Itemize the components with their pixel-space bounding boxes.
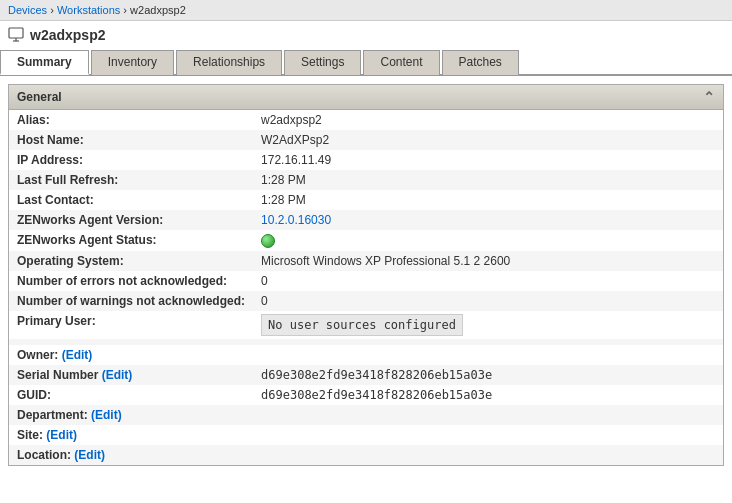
- monitor-icon: [8, 27, 24, 43]
- field-label: Site: (Edit): [9, 425, 253, 445]
- field-value: 172.16.11.49: [253, 150, 723, 170]
- table-row: Location: (Edit): [9, 445, 723, 465]
- field-value: 0: [253, 291, 723, 311]
- field-value: [253, 345, 723, 365]
- field-label: Number of errors not acknowledged:: [9, 271, 253, 291]
- breadcrumb: Devices › Workstations › w2adxpsp2: [0, 0, 732, 21]
- field-label: ZENworks Agent Version:: [9, 210, 253, 230]
- field-value: [253, 230, 723, 251]
- field-label: IP Address:: [9, 150, 253, 170]
- tab-relationships[interactable]: Relationships: [176, 50, 282, 75]
- table-row: Last Full Refresh: 1:28 PM: [9, 170, 723, 190]
- collapse-icon[interactable]: ⌃: [703, 89, 715, 105]
- field-label: Last Full Refresh:: [9, 170, 253, 190]
- table-row: Number of errors not acknowledged: 0: [9, 271, 723, 291]
- svg-rect-0: [9, 28, 23, 38]
- tab-summary[interactable]: Summary: [0, 50, 89, 75]
- page-header: w2adxpsp2: [0, 21, 732, 49]
- field-label: Operating System:: [9, 251, 253, 271]
- field-label: Department: (Edit): [9, 405, 253, 425]
- field-label: Serial Number (Edit): [9, 365, 253, 385]
- field-label: GUID:: [9, 385, 253, 405]
- table-row: Operating System: Microsoft Windows XP P…: [9, 251, 723, 271]
- field-label: ZENworks Agent Status:: [9, 230, 253, 251]
- general-section-title: General: [17, 90, 62, 104]
- tab-content[interactable]: Content: [363, 50, 439, 75]
- table-row: Department: (Edit): [9, 405, 723, 425]
- field-value: d69e308e2fd9e3418f828206eb15a03e: [253, 385, 723, 405]
- field-label: Primary User:: [9, 311, 253, 339]
- field-value: [253, 405, 723, 425]
- agent-version-link[interactable]: 10.2.0.16030: [261, 213, 331, 227]
- table-row: Host Name: W2AdXPsp2: [9, 130, 723, 150]
- field-label: Alias:: [9, 110, 253, 130]
- field-label: Number of warnings not acknowledged:: [9, 291, 253, 311]
- location-edit-link[interactable]: (Edit): [74, 448, 105, 462]
- table-row: ZENworks Agent Status:: [9, 230, 723, 251]
- field-value: 1:28 PM: [253, 170, 723, 190]
- primary-user-value: No user sources configured: [261, 314, 463, 336]
- table-row: ZENworks Agent Version: 10.2.0.16030: [9, 210, 723, 230]
- field-label: Host Name:: [9, 130, 253, 150]
- table-row: Serial Number (Edit) d69e308e2fd9e3418f8…: [9, 365, 723, 385]
- table-row: Primary User: No user sources configured: [9, 311, 723, 339]
- owner-edit-link[interactable]: (Edit): [62, 348, 93, 362]
- field-value: No user sources configured: [253, 311, 723, 339]
- tab-bar: Summary Inventory Relationships Settings…: [0, 49, 732, 76]
- field-label: Location: (Edit): [9, 445, 253, 465]
- agent-status-icon: [261, 234, 275, 248]
- department-edit-link[interactable]: (Edit): [91, 408, 122, 422]
- content-area: General ⌃ Alias: w2adxpsp2 Host Name: W2…: [0, 76, 732, 482]
- field-value: 0: [253, 271, 723, 291]
- general-info-table: Alias: w2adxpsp2 Host Name: W2AdXPsp2 IP…: [9, 110, 723, 465]
- field-value: W2AdXPsp2: [253, 130, 723, 150]
- field-label: Last Contact:: [9, 190, 253, 210]
- breadcrumb-devices[interactable]: Devices: [8, 4, 47, 16]
- table-row: Alias: w2adxpsp2: [9, 110, 723, 130]
- tab-patches[interactable]: Patches: [442, 50, 519, 75]
- page-title: w2adxpsp2: [30, 27, 105, 43]
- breadcrumb-workstations[interactable]: Workstations: [57, 4, 120, 16]
- general-section-header: General ⌃: [9, 85, 723, 110]
- breadcrumb-sep-1: ›: [50, 4, 57, 16]
- field-value: d69e308e2fd9e3418f828206eb15a03e: [253, 365, 723, 385]
- field-label: Owner: (Edit): [9, 345, 253, 365]
- field-value: [253, 445, 723, 465]
- field-value: 1:28 PM: [253, 190, 723, 210]
- tab-settings[interactable]: Settings: [284, 50, 361, 75]
- table-row: Last Contact: 1:28 PM: [9, 190, 723, 210]
- field-value: Microsoft Windows XP Professional 5.1 2 …: [253, 251, 723, 271]
- field-value: w2adxpsp2: [253, 110, 723, 130]
- table-row: Owner: (Edit): [9, 345, 723, 365]
- tab-inventory[interactable]: Inventory: [91, 50, 174, 75]
- field-value: 10.2.0.16030: [253, 210, 723, 230]
- table-row: Site: (Edit): [9, 425, 723, 445]
- table-row: GUID: d69e308e2fd9e3418f828206eb15a03e: [9, 385, 723, 405]
- serial-edit-link[interactable]: (Edit): [102, 368, 133, 382]
- table-row: Number of warnings not acknowledged: 0: [9, 291, 723, 311]
- site-edit-link[interactable]: (Edit): [46, 428, 77, 442]
- table-row: IP Address: 172.16.11.49: [9, 150, 723, 170]
- general-section: General ⌃ Alias: w2adxpsp2 Host Name: W2…: [8, 84, 724, 466]
- breadcrumb-current: w2adxpsp2: [130, 4, 186, 16]
- field-value: [253, 425, 723, 445]
